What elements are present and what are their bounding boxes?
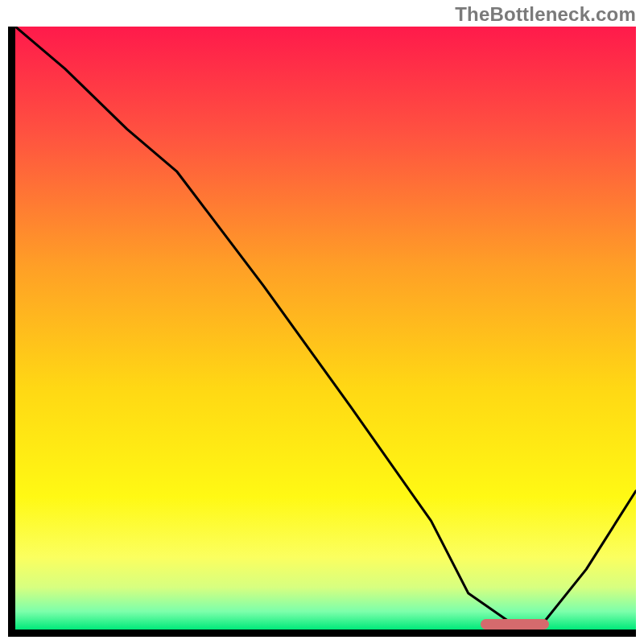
gradient-fill <box>15 27 636 630</box>
chart-svg <box>15 27 636 630</box>
chart-frame: TheBottleneck.com <box>0 0 644 644</box>
optimal-range-indicator <box>481 619 549 630</box>
watermark-text: TheBottleneck.com <box>455 3 636 26</box>
plot-axes <box>8 27 636 637</box>
plot-area <box>15 27 636 630</box>
